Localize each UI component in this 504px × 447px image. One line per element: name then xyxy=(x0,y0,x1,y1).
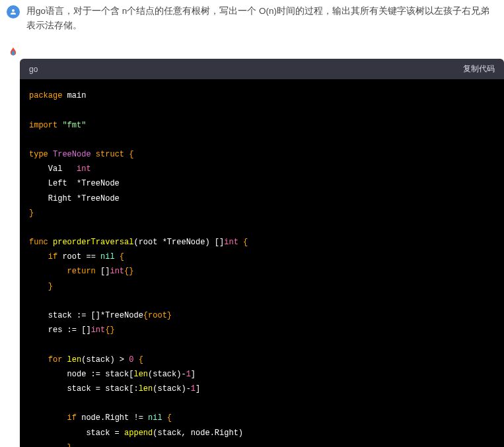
user-avatar xyxy=(7,5,20,18)
code-call: len xyxy=(139,384,153,394)
code-brace: { xyxy=(162,413,172,423)
code-funcname: preorderTraversal xyxy=(48,238,134,247)
code-keyword: import xyxy=(29,121,57,130)
code-keyword: if xyxy=(29,252,57,261)
code-number: 1 xyxy=(191,384,196,394)
code-call: len xyxy=(133,370,148,379)
code-text: (root *TreeNode) [] xyxy=(133,238,224,247)
code-text: (stack)- xyxy=(148,370,186,379)
code-text: (stack, node.Right) xyxy=(153,429,243,438)
code-brace: { xyxy=(133,355,143,364)
code-string: "fmt" xyxy=(57,121,86,130)
code-text: root == xyxy=(57,252,100,261)
code-text: (stack)- xyxy=(153,384,191,394)
code-brace: { xyxy=(115,252,124,261)
code-text: stack := []*TreeNode xyxy=(29,311,143,320)
code-body[interactable]: package main import "fmt" type TreeNode … xyxy=(20,79,504,447)
code-call: len xyxy=(62,355,81,364)
code-brace: {root} xyxy=(143,311,172,320)
code-text: [] xyxy=(96,267,110,276)
code-number: 1 xyxy=(186,370,191,379)
code-text: Right *TreeNode xyxy=(29,194,120,203)
code-keyword: for xyxy=(29,355,62,364)
user-message-text: 用go语言，对于一个含 n个结点的任意有根树，写出一个 O(n)时间的过程，输出… xyxy=(26,4,496,32)
code-text: res := [] xyxy=(29,326,91,335)
code-keyword: package xyxy=(29,91,62,100)
chat-container: 用go语言，对于一个含 n个结点的任意有根树，写出一个 O(n)时间的过程，输出… xyxy=(0,0,504,447)
code-language-label: go xyxy=(29,65,38,74)
code-keyword: func xyxy=(29,238,48,247)
code-brace: { xyxy=(124,150,133,159)
code-text: node := stack[ xyxy=(29,370,133,379)
code-keyword: return xyxy=(29,267,96,276)
code-call: append xyxy=(124,429,153,438)
bot-message-row xyxy=(0,39,504,59)
code-keyword: type xyxy=(29,150,48,159)
code-text: node.Right != xyxy=(77,413,148,423)
code-brace: } xyxy=(29,282,53,291)
code-keyword: if xyxy=(29,413,77,423)
code-type: TreeNode xyxy=(48,150,96,159)
code-brace: {} xyxy=(105,326,114,335)
code-brace: } xyxy=(29,443,72,447)
code-keyword: struct xyxy=(96,150,124,159)
code-block: go 复制代码 package main import "fmt" type T… xyxy=(20,59,504,447)
code-nil: nil xyxy=(100,252,115,261)
bot-avatar xyxy=(7,46,20,59)
code-text: Val xyxy=(29,164,77,174)
code-text: (stack) > xyxy=(81,355,129,364)
code-brace: {} xyxy=(124,267,133,276)
person-icon xyxy=(9,8,17,16)
code-type: int xyxy=(77,164,91,174)
code-header: go 复制代码 xyxy=(20,59,504,79)
code-brace: } xyxy=(29,209,34,218)
code-text: ] xyxy=(196,384,200,394)
code-type: int xyxy=(91,326,106,335)
code-text: ] xyxy=(191,370,196,379)
code-brace: { xyxy=(238,238,248,247)
code-text: stack = stack[: xyxy=(29,384,139,394)
code-text: Left *TreeNode xyxy=(29,179,120,188)
code-nil: nil xyxy=(148,413,162,423)
code-type: int xyxy=(224,238,238,247)
flame-icon xyxy=(7,46,20,59)
user-message-row: 用go语言，对于一个含 n个结点的任意有根树，写出一个 O(n)时间的过程，输出… xyxy=(0,0,504,39)
code-type: int xyxy=(110,267,124,276)
code-text: main xyxy=(62,91,86,100)
code-text: stack = xyxy=(29,429,124,438)
copy-code-button[interactable]: 复制代码 xyxy=(463,63,495,75)
